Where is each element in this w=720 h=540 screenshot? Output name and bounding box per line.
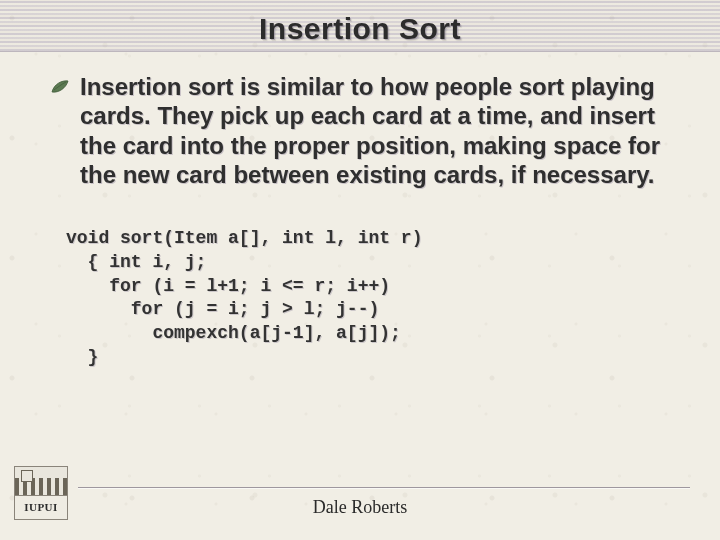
code-block: void sort(Item a[], int l, int r) { int … bbox=[66, 227, 680, 370]
footer-divider bbox=[78, 487, 690, 488]
bullet-item: Insertion sort is similar to how people … bbox=[50, 72, 680, 189]
leaf-bullet-icon bbox=[50, 78, 70, 96]
slide-title: Insertion Sort bbox=[0, 12, 720, 46]
slide-body: Insertion sort is similar to how people … bbox=[50, 72, 680, 370]
footer-author: Dale Roberts bbox=[0, 497, 720, 518]
paragraph-text: Insertion sort is similar to how people … bbox=[80, 72, 680, 189]
logo-graphic bbox=[15, 467, 67, 496]
